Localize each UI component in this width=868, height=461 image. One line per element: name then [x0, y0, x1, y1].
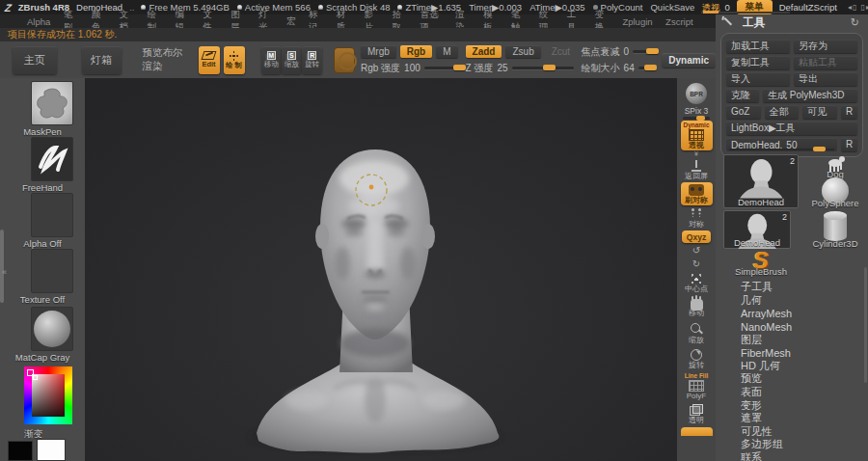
draw-button[interactable]: 绘 制 — [224, 46, 245, 74]
subpalette-表面[interactable]: 表面 — [716, 386, 868, 399]
subpalette-变形[interactable]: 变形 — [716, 398, 868, 412]
subpalette-联系[interactable]: 联系 — [716, 451, 868, 461]
tool-button-导出[interactable]: 导出 — [794, 72, 857, 86]
draw-size-slider[interactable] — [638, 67, 658, 69]
color-picker[interactable] — [24, 366, 72, 424]
tool-button-goz[interactable]: GoZ — [726, 105, 761, 119]
z-intensity-knob[interactable] — [543, 65, 556, 70]
rgb-intensity-slider[interactable] — [424, 67, 458, 69]
dynamic-button[interactable]: Dynamic — [662, 53, 716, 68]
center-point-button[interactable]: 中心点 — [681, 271, 713, 294]
tool-thumb-demohead[interactable]: 2DemoHead — [723, 154, 799, 208]
subpalette-预览[interactable]: 预览 — [716, 372, 868, 386]
mrgb-button[interactable]: Mrgb — [361, 45, 396, 58]
tool-button-加载工具[interactable]: 加载工具 — [726, 40, 790, 53]
tool-button-lightbox-工具[interactable]: LightBox▶工具 — [726, 122, 857, 135]
subpalette-遮罩[interactable]: 遮罩 — [716, 412, 868, 425]
sidebar-thumb-maskpen[interactable] — [31, 81, 73, 125]
tool-button-生成-polymesh3d[interactable]: 生成 PolyMesh3D — [763, 89, 857, 102]
tool-button-全部[interactable]: 全部 — [765, 105, 800, 119]
sv-selector-icon[interactable] — [33, 375, 38, 380]
tool-thumb-cylinder3d[interactable]: Cylinder3D — [807, 210, 863, 249]
zadd-button[interactable]: Zadd — [466, 45, 502, 58]
mirror-button[interactable]: 对称 — [681, 206, 713, 230]
rotate-canvas-button[interactable]: 旋转 — [681, 346, 713, 370]
subpalette-多边形组[interactable]: 多边形组 — [716, 438, 868, 451]
sidebar-thumb-empty[interactable] — [31, 193, 73, 237]
secondary-color-swatch[interactable] — [8, 441, 33, 461]
m-button[interactable]: M — [436, 45, 457, 58]
subpalette-hd-几何[interactable]: HD 几何 — [716, 360, 868, 373]
symmetry-button[interactable]: 刷对称 — [681, 182, 713, 205]
menu-item-宏[interactable]: 宏 — [286, 15, 296, 28]
menu-item-zscript[interactable]: Zscript — [665, 16, 693, 27]
rgb-intensity-knob[interactable] — [453, 65, 466, 70]
tool-palette-header[interactable]: 工具 ↻ — [716, 14, 868, 30]
subpalette-图层[interactable]: 图层 — [716, 333, 868, 346]
z-intensity-slider[interactable] — [512, 67, 574, 69]
tool-thumb-dog[interactable]: Dog — [807, 154, 863, 179]
qxyz-button[interactable]: Qxyz — [682, 230, 711, 243]
sidebar-thumb-matcap[interactable] — [31, 307, 73, 351]
zoom-button[interactable]: 缩放 — [681, 320, 713, 345]
perspective-slider[interactable]: 透视 0 — [701, 2, 729, 14]
zsub-button[interactable]: Zsub — [505, 45, 540, 58]
draw-button-label: 绘 制 — [226, 62, 242, 69]
spix-slider[interactable]: SPix 3 — [680, 106, 713, 120]
tool-button-r[interactable]: R — [841, 105, 857, 119]
focal-shift-slider[interactable] — [633, 50, 657, 53]
panel-scrollbar[interactable] — [864, 267, 867, 383]
primary-color-swatch[interactable] — [37, 439, 66, 461]
subpalette-arraymesh[interactable]: ArrayMesh — [716, 307, 868, 320]
spix-track[interactable] — [683, 117, 710, 120]
sidebar-thumb-freehand[interactable] — [31, 137, 73, 181]
rgb-button[interactable]: Rgb — [400, 45, 432, 58]
preview-boolean-button[interactable]: 预览布尔渲染 — [143, 46, 193, 73]
rotate-button[interactable]: R 旋转 — [302, 46, 322, 74]
subpalette-几何[interactable]: 几何 — [716, 294, 868, 308]
perspective-button[interactable]: Dynamic透视 — [681, 121, 713, 150]
tool-thumb-polysphere[interactable]: PolySphere — [807, 181, 863, 208]
tool-thumb-simplebrush[interactable]: SSimpleBrush — [723, 251, 799, 277]
bpr-render-button[interactable]: BPR — [681, 81, 713, 105]
menu-item-alpha[interactable]: Alpha — [27, 16, 50, 27]
subpalette-fibermesh[interactable]: FiberMesh — [716, 346, 868, 360]
saturation-value-square[interactable] — [32, 374, 65, 417]
menu-item-zplugin[interactable]: Zplugin — [622, 16, 652, 27]
scale-button[interactable]: S 缩放 — [282, 46, 302, 74]
shelf-partial-button[interactable] — [681, 427, 713, 436]
zcut-button[interactable]: Zcut — [545, 45, 577, 58]
collapse-chevron-icon[interactable]: « — [2, 267, 6, 277]
subpalette-可见性[interactable]: 可见性 — [716, 425, 868, 439]
transparent-button[interactable]: 透明 — [681, 402, 713, 425]
orbit-left-button[interactable]: ↺ — [687, 244, 706, 257]
tool-button-可见[interactable]: 可见 — [802, 105, 837, 119]
tool-button-复制工具[interactable]: 复制工具 — [726, 56, 790, 69]
draw-size-knob[interactable] — [644, 65, 657, 70]
polyframe-button[interactable]: Line FillPolyF — [681, 371, 713, 401]
document-canvas[interactable] — [85, 78, 677, 461]
home-button[interactable]: 主页 — [13, 46, 57, 74]
draw-icon — [229, 51, 239, 61]
focal-shift-knob[interactable] — [646, 48, 659, 54]
tool-thumb-demohead[interactable]: 2DemoHead — [723, 210, 791, 249]
sidebar-thumb-empty[interactable] — [31, 249, 73, 293]
orbit-right-button[interactable]: ↻ — [687, 258, 706, 270]
demohead-slider-knob[interactable] — [813, 147, 826, 151]
demohead-r-button[interactable]: R — [841, 138, 857, 151]
tool-button-另存为[interactable]: 另存为 — [794, 40, 857, 53]
spix-knob[interactable] — [696, 116, 705, 121]
tutorial-scrub-icon[interactable]: ◂▯ ▯▸ — [848, 3, 868, 12]
subpalette-nanomesh[interactable]: NanoMesh — [716, 320, 868, 334]
subpalette-子工具[interactable]: 子工具 — [716, 281, 868, 294]
tool-button-导入[interactable]: 导入 — [726, 72, 790, 86]
lightbox-button[interactable]: 灯箱 — [82, 46, 122, 74]
move-button[interactable]: M 移动 — [261, 46, 282, 74]
tool-button-克隆[interactable]: 克隆 — [726, 89, 759, 102]
current-brush-well[interactable] — [334, 47, 355, 73]
restore-panel-icon[interactable]: ↻ — [851, 16, 859, 29]
pan-button[interactable]: 移动 — [681, 295, 713, 318]
demohead-slider[interactable]: DemoHead.50 — [726, 138, 837, 151]
frame-button[interactable]: 返回屏 — [681, 158, 713, 181]
edit-button[interactable]: Edit — [199, 46, 220, 74]
